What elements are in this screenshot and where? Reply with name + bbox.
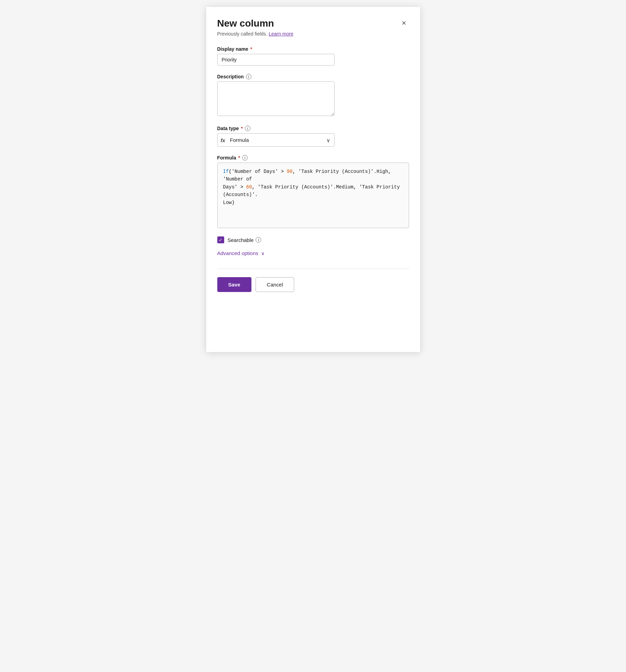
description-input[interactable] [217, 81, 335, 116]
subtitle-text: Previously called fields. [217, 31, 268, 37]
description-group: Description i [217, 74, 409, 117]
data-type-select-wrapper: fx Formula Text Number Date and time Loo… [217, 133, 335, 147]
cancel-button[interactable]: Cancel [256, 277, 295, 292]
formula-input[interactable]: If('Number of Days' > 90, 'Task Priority… [217, 163, 409, 228]
save-button[interactable]: Save [217, 277, 251, 292]
advanced-options-chevron-icon: ∨ [261, 251, 265, 256]
close-button[interactable]: × [399, 18, 409, 28]
advanced-options-row[interactable]: Advanced options ∨ [217, 250, 409, 256]
display-name-label: Display name * [217, 46, 409, 52]
button-row: Save Cancel [217, 277, 409, 292]
formula-required: * [238, 155, 240, 160]
panel-header: New column × [217, 18, 409, 29]
searchable-checkbox[interactable]: ✓ [217, 236, 224, 243]
formula-info-icon: i [242, 155, 248, 160]
data-type-required: * [241, 126, 243, 131]
formula-group: Formula * i If('Number of Days' > 90, 'T… [217, 155, 409, 228]
data-type-group: Data type * i fx Formula Text Number Dat… [217, 126, 409, 147]
data-type-select[interactable]: Formula Text Number Date and time Lookup [217, 133, 335, 147]
searchable-info-icon: i [256, 237, 261, 243]
display-name-input[interactable] [217, 54, 335, 66]
new-column-panel: New column × Previously called fields. L… [206, 7, 420, 352]
data-type-label: Data type * i [217, 126, 409, 131]
searchable-row: ✓ Searchable i [217, 236, 409, 243]
learn-more-link[interactable]: Learn more [269, 31, 294, 37]
footer-divider [217, 269, 409, 269]
formula-label: Formula * i [217, 155, 409, 160]
panel-title: New column [217, 18, 274, 29]
advanced-options-label: Advanced options [217, 250, 258, 256]
display-name-required: * [250, 46, 252, 52]
panel-subtitle: Previously called fields. Learn more [217, 31, 409, 37]
display-name-group: Display name * [217, 46, 409, 66]
searchable-label: Searchable i [228, 237, 261, 243]
checkmark-icon: ✓ [219, 238, 222, 242]
description-label: Description i [217, 74, 409, 79]
description-info-icon: i [246, 74, 251, 79]
data-type-info-icon: i [245, 126, 250, 131]
